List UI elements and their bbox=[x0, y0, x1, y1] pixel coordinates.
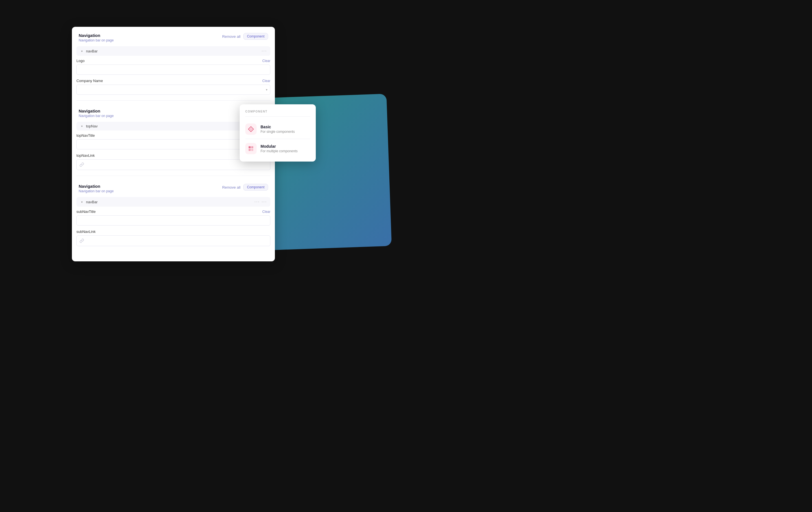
link-icon-1 bbox=[80, 162, 84, 167]
logo-field-header: Logo Clear bbox=[77, 59, 270, 63]
topnavlink-label: topNavLink bbox=[77, 153, 95, 158]
remove-all-button-3[interactable]: Remove all bbox=[222, 185, 240, 190]
navbar-row-1: ▾ navBar ··· bbox=[77, 46, 270, 56]
basic-option-text: Basic For single components bbox=[261, 124, 295, 134]
popup-mid-divider bbox=[245, 139, 310, 139]
component-button-3[interactable]: Component bbox=[243, 184, 268, 191]
company-name-label: Company Name bbox=[77, 79, 103, 83]
dots-menu-1[interactable]: ··· bbox=[262, 49, 267, 54]
section-2-title: Navigation bbox=[79, 109, 114, 113]
section-2-header-left: Navigation Navigation bar on page bbox=[79, 109, 114, 118]
navbar-row-1-left: ▾ navBar bbox=[80, 49, 97, 53]
navbar-row-3-left: ▾ navBar bbox=[80, 200, 97, 204]
double-dots-3: ··· ··· bbox=[254, 199, 267, 204]
logo-field-section: Logo Clear bbox=[72, 59, 275, 79]
section-3-header-left: Navigation Navigation bar on page bbox=[79, 184, 114, 193]
basic-icon-wrap bbox=[245, 123, 257, 135]
section-1-actions: Remove all Component bbox=[222, 33, 268, 40]
topnavtitle-label: topNavTitle bbox=[77, 133, 95, 138]
grid-icon bbox=[248, 145, 254, 152]
subnavtitle-input[interactable] bbox=[77, 216, 270, 226]
subnavlink-field-section: subNavLink bbox=[72, 229, 275, 250]
svg-rect-1 bbox=[251, 146, 253, 148]
subnavlink-label: subNavLink bbox=[77, 229, 95, 234]
nav-section-3: Navigation Navigation bar on page Remove… bbox=[72, 178, 275, 250]
chevron-icon-2: ▾ bbox=[80, 124, 84, 128]
divider-2 bbox=[77, 176, 270, 176]
diamond-icon bbox=[248, 126, 254, 132]
navbar-label-3: navBar bbox=[86, 200, 97, 204]
basic-option-desc: For single components bbox=[261, 130, 295, 134]
component-popup: COMPONENT Basic For single components Mo… bbox=[240, 104, 316, 162]
subnavtitle-clear-button[interactable]: Clear bbox=[262, 210, 270, 214]
company-name-input[interactable] bbox=[77, 85, 270, 95]
company-name-field-header: Company Name Clear bbox=[77, 79, 270, 83]
navbar-label-1: navBar bbox=[86, 49, 97, 53]
popup-option-modular[interactable]: Modular For multiple components bbox=[240, 140, 316, 157]
company-name-select-wrapper: ▾ bbox=[77, 85, 270, 95]
link-icon-2 bbox=[80, 238, 84, 243]
chevron-icon-1: ▾ bbox=[80, 49, 84, 53]
logo-input[interactable] bbox=[77, 64, 270, 75]
subnavlink-field-header: subNavLink bbox=[77, 229, 270, 234]
svg-rect-3 bbox=[251, 149, 253, 151]
section-3-title: Navigation bbox=[79, 184, 114, 189]
popup-header: COMPONENT bbox=[240, 110, 316, 116]
subnavtitle-label: subNavTitle bbox=[77, 209, 95, 214]
subnavlink-input[interactable] bbox=[77, 235, 270, 246]
popup-option-basic[interactable]: Basic For single components bbox=[240, 121, 316, 138]
section-1-subtitle: Navigation bar on page bbox=[79, 38, 114, 42]
section-1-header-left: Navigation Navigation bar on page bbox=[79, 33, 114, 42]
subnavtitle-field-section: subNavTitle Clear bbox=[72, 209, 275, 229]
company-name-field-section: Company Name Clear ▾ bbox=[72, 79, 275, 99]
navbar-row-2-left: ▾ topNav bbox=[80, 124, 97, 128]
nav-section-1: Navigation Navigation bar on page Remove… bbox=[72, 27, 275, 99]
navbar-row-3: ▾ navBar ··· ··· bbox=[77, 197, 270, 207]
basic-option-title: Basic bbox=[261, 124, 295, 129]
modular-option-text: Modular For multiple components bbox=[261, 144, 297, 153]
chevron-icon-3: ▾ bbox=[80, 200, 84, 204]
modular-icon-wrap bbox=[245, 143, 257, 154]
navbar-label-2: topNav bbox=[86, 124, 97, 128]
section-3-subtitle: Navigation bar on page bbox=[79, 189, 114, 193]
logo-clear-button[interactable]: Clear bbox=[262, 59, 270, 63]
dots-menu-3a[interactable]: ··· bbox=[254, 199, 260, 204]
company-name-clear-button[interactable]: Clear bbox=[262, 79, 270, 83]
popup-top-divider bbox=[245, 116, 310, 117]
section-3-actions: Remove all Component bbox=[222, 184, 268, 191]
dots-menu-3b[interactable]: ··· bbox=[262, 199, 267, 204]
section-1-title: Navigation bbox=[79, 33, 114, 38]
modular-option-desc: For multiple components bbox=[261, 149, 297, 153]
modular-option-title: Modular bbox=[261, 144, 297, 149]
remove-all-button-1[interactable]: Remove all bbox=[222, 34, 240, 39]
subnavtitle-field-header: subNavTitle Clear bbox=[77, 209, 270, 214]
section-2-subtitle: Navigation bar on page bbox=[79, 114, 114, 118]
component-button-1[interactable]: Component bbox=[243, 33, 268, 40]
logo-label: Logo bbox=[77, 59, 85, 63]
svg-rect-0 bbox=[249, 146, 251, 148]
svg-rect-2 bbox=[249, 149, 251, 151]
